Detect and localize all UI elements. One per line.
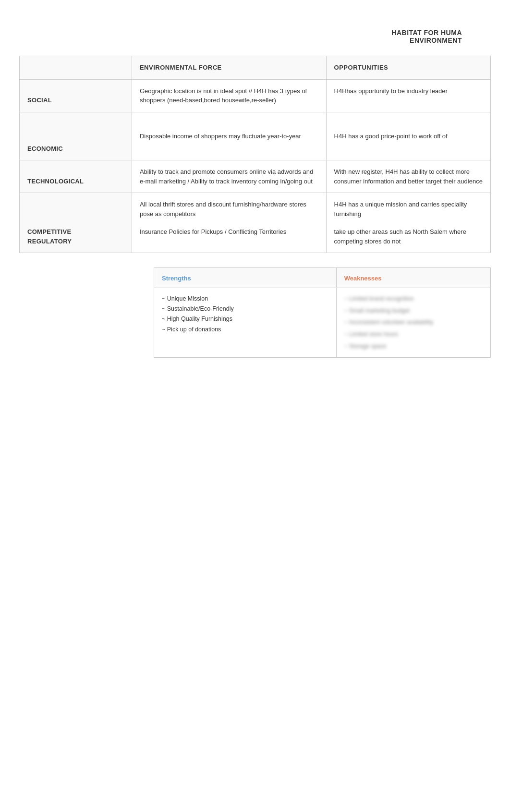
- row-force-tech: Ability to track and promote consumers o…: [132, 160, 326, 193]
- row-opp-tech: With new register, H4H has ability to co…: [326, 160, 490, 193]
- swot-section: Strengths Weaknesses ~ Unique Mission ~ …: [19, 267, 491, 358]
- table-row: COMPETITIVE REGULATORY All local thrift …: [20, 193, 491, 253]
- weakness-blur-1: ~ Limited brand recognition: [344, 294, 414, 303]
- table-row: ECONOMIC Disposable income of shoppers m…: [20, 112, 491, 160]
- row-opp-competitive: H4H has a unique mission and carries spe…: [326, 193, 490, 253]
- table-row: ~ Unique Mission ~ Sustainable/Eco-Frien…: [154, 288, 491, 357]
- col-header-force: ENVIRONMENTAL FORCE: [132, 56, 326, 80]
- row-label-social: SOCIAL: [20, 79, 132, 112]
- strength-item-4: ~ Pick up of donations: [162, 325, 328, 335]
- row-force-social: Geographic location is not in ideal spot…: [132, 79, 326, 112]
- page: HABITAT FOR HUMA ENVIRONMENT ENVIRONMENT…: [0, 0, 510, 387]
- swot-weaknesses-body: ~ Limited brand recognition ~ Small mark…: [336, 288, 490, 357]
- force-comp-2: Insurance Policies for Pickups / Conflic…: [140, 227, 318, 237]
- swot-header-weaknesses: Weaknesses: [336, 268, 490, 288]
- row-opp-economic: H4H has a good price-point to work off o…: [326, 112, 490, 160]
- strength-item-3: ~ High Quality Furnishings: [162, 314, 328, 324]
- pest-table: ENVIRONMENTAL FORCE OPPORTUNITIES SOCIAL…: [19, 56, 491, 253]
- row-label-competitive: COMPETITIVE REGULATORY: [20, 193, 132, 253]
- opp-comp-1: H4H has a unique mission and carries spe…: [334, 200, 483, 218]
- swot-header-strengths: Strengths: [154, 268, 337, 288]
- swot-strengths-body: ~ Unique Mission ~ Sustainable/Eco-Frien…: [154, 288, 337, 357]
- row-opp-social: H4Hhas opportunity to be industry leader: [326, 79, 490, 112]
- weakness-blur-3: ~ Inconsistent volunteer availability: [344, 318, 434, 327]
- force-comp-1: All local thrift stores and discount fur…: [140, 200, 318, 218]
- strength-item-2: ~ Sustainable/Eco-Friendly: [162, 304, 328, 314]
- header-line2: ENVIRONMENT: [19, 36, 462, 44]
- weakness-blur-2: ~ Small marketing budget: [344, 306, 410, 315]
- weakness-blur-5: ~ Storage space: [344, 342, 387, 351]
- col-header-empty: [20, 56, 132, 80]
- table-row: SOCIAL Geographic location is not in ide…: [20, 79, 491, 112]
- strength-item-1: ~ Unique Mission: [162, 294, 328, 304]
- row-force-competitive: All local thrift stores and discount fur…: [132, 193, 326, 253]
- col-header-opportunities: OPPORTUNITIES: [326, 56, 490, 80]
- weakness-blur-4: ~ Limited store hours: [344, 330, 398, 339]
- row-label-economic: ECONOMIC: [20, 112, 132, 160]
- page-header: HABITAT FOR HUMA ENVIRONMENT: [19, 29, 491, 44]
- row-force-economic: Disposable income of shoppers may fluctu…: [132, 112, 326, 160]
- header-line1: HABITAT FOR HUMA: [19, 29, 462, 36]
- table-row: TECHNOLOGICAL Ability to track and promo…: [20, 160, 491, 193]
- opp-comp-2: take up other areas such as North Salem …: [334, 227, 483, 246]
- swot-table: Strengths Weaknesses ~ Unique Mission ~ …: [154, 267, 491, 358]
- row-label-tech: TECHNOLOGICAL: [20, 160, 132, 193]
